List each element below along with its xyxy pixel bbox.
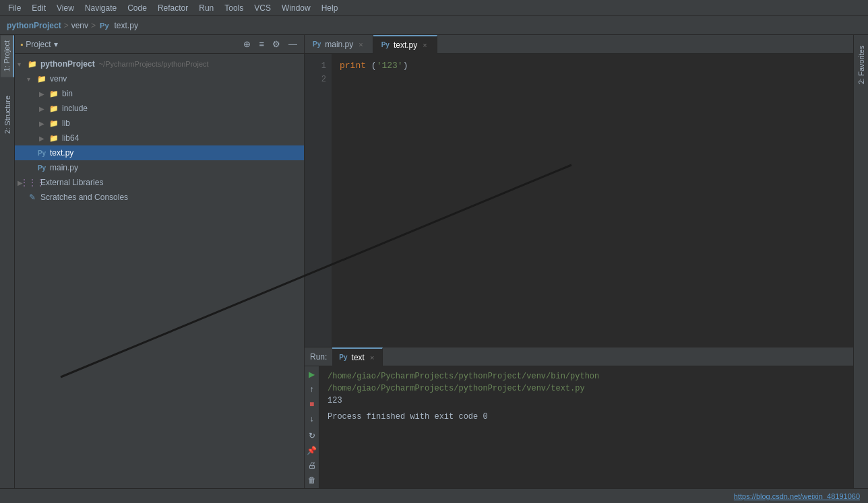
tree-item-lib[interactable]: ▶ 📁 lib [15,116,304,131]
tree-label-scratches: Scratches and Consoles [40,193,128,202]
menu-file[interactable]: File [3,2,26,14]
run-tab-close[interactable]: × [369,353,375,362]
ext-icon: ⋮⋮⋮ [27,178,38,187]
tree-label-bin: bin [62,89,73,98]
run-tab-icon: Py [339,354,347,361]
folder-icon: 📁 [27,59,38,69]
menu-navigate[interactable]: Navigate [80,2,122,14]
tree-item-venv[interactable]: ▾ 📁 venv [15,71,304,86]
line-numbers: 1 2 [305,54,332,347]
menu-code[interactable]: Code [122,2,152,14]
tree-item-pythonproject[interactable]: ▾ 📁 pythonProject ~/PycharmProjects/pyth… [15,57,304,71]
folder-icon-lib: 📁 [49,119,59,128]
folder-icon-include: 📁 [49,104,59,113]
run-controls: ▶ ↑ ■ ↓ ↻ 📌 🖨 🗑 [305,366,319,488]
tree-label-external-libraries: External Libraries [40,178,103,187]
menu-tools[interactable]: Tools [219,2,249,14]
breadcrumb: pythonProject > venv > Py text.py [0,16,868,35]
tree-item-bin[interactable]: ▶ 📁 bin [15,86,304,101]
tree-item-mainpy[interactable]: Py main.py [15,160,304,175]
py-icon-mainpy: Py [36,163,47,172]
tree-path-pythonproject: ~/PycharmProjects/pythonProject [99,60,209,68]
code-content[interactable]: print ('123') [332,54,853,347]
tree-label-lib64: lib64 [62,133,79,143]
breadcrumb-folder[interactable]: venv [71,21,88,30]
tree-label-mainpy: main.py [50,163,78,172]
editor-tabs: Py main.py × Py text.py × [305,35,853,54]
console-output-line: 123 [328,395,845,407]
tree-label-lib: lib [62,119,70,128]
tree-item-scratches[interactable]: ✎ Scratches and Consoles [15,190,304,205]
bottom-panel: Run: Py text × ▶ ↑ ■ ↓ ↻ [305,347,853,488]
breadcrumb-project[interactable]: pythonProject [7,21,61,30]
tree-item-textpy[interactable]: Py text.py [15,145,304,160]
run-down-button[interactable]: ↓ [306,413,318,424]
run-stop-button[interactable]: ■ [306,399,318,409]
menu-run[interactable]: Run [193,2,219,14]
collapse-icon[interactable]: ≡ [257,38,266,51]
run-pin-button[interactable]: 📌 [306,445,318,456]
folder-icon-small: ▪ [20,40,23,49]
project-panel-header: ▪ Project ▾ ⊕ ≡ ⚙ — [15,35,304,54]
tree-item-lib64[interactable]: ▶ 📁 lib64 [15,131,304,145]
menu-window[interactable]: Window [276,2,316,14]
console-process-line: Process finished with exit code 0 [328,411,845,423]
folder-icon-venv: 📁 [36,74,47,83]
minimize-icon[interactable]: — [287,38,299,51]
tab-close-textpy[interactable]: × [421,40,428,50]
tab-icon-mainpy: Py [313,40,321,48]
tree-label-include: include [62,104,88,113]
tab-label-textpy: text.py [394,40,417,50]
project-dropdown-icon[interactable]: ▾ [54,40,58,49]
console-output: /home/giao/PycharmProjects/pythonProject… [319,366,853,488]
tab-close-mainpy[interactable]: × [357,40,364,49]
project-panel: ▪ Project ▾ ⊕ ≡ ⚙ — ▾ 📁 pythonProject [15,35,305,488]
menu-view[interactable]: View [51,2,80,14]
run-up-button[interactable]: ↑ [306,384,318,395]
sidebar-tab-structure[interactable]: 2: Structure [1,90,13,139]
code-editor[interactable]: 1 2 print ('123') [305,54,853,347]
right-favorites-tab[interactable]: 2: Favorites [855,38,868,92]
run-tabs: Run: Py text × [305,347,853,366]
settings-icon[interactable]: ⚙ [271,38,282,51]
tree-label-pythonproject: pythonProject [40,59,95,69]
tab-icon-textpy: Py [381,41,390,48]
run-rerun-button[interactable]: ↻ [306,431,318,442]
run-print-button[interactable]: 🖨 [306,460,318,471]
run-tab-label: text [352,353,365,362]
run-label: Run: [310,352,327,362]
run-play-button[interactable]: ▶ [306,369,318,380]
sync-icon[interactable]: ⊕ [242,38,252,51]
scratch-icon: ✎ [27,193,38,202]
bottom-content: ▶ ↑ ■ ↓ ↻ 📌 🖨 🗑 /home/giao/PycharmProjec… [305,366,853,488]
tree-item-external-libraries[interactable]: ▶ ⋮⋮⋮ External Libraries [15,175,304,190]
folder-icon-bin: 📁 [49,89,59,98]
status-bar: https://blog.csdn.net/weixin_48191060 [0,488,868,503]
sidebar-tab-project[interactable]: 1: Project [1,35,14,77]
run-tab-text[interactable]: Py text × [332,347,383,366]
breadcrumb-file-icon: Py [100,22,108,30]
folder-icon-lib64: 📁 [49,133,59,143]
status-link[interactable]: https://blog.csdn.net/weixin_48191060 [734,492,860,500]
breadcrumb-file: Py text.py [98,21,140,30]
project-panel-title: Project [26,40,51,49]
tab-textpy[interactable]: Py text.py × [373,35,437,54]
menu-vcs[interactable]: VCS [249,2,276,14]
py-icon-textpy: Py [36,148,47,158]
project-tree: ▾ 📁 pythonProject ~/PycharmProjects/pyth… [15,54,304,488]
menu-edit[interactable]: Edit [26,2,51,14]
tab-mainpy[interactable]: Py main.py × [305,35,373,54]
right-sidebar: 2: Favorites [853,35,868,488]
editor-area: Py main.py × Py text.py × 1 2 [305,35,853,347]
tab-label-mainpy: main.py [325,40,353,49]
left-sidebar-tabs: 1: Project 2: Structure [0,35,15,488]
menu-bar: File Edit View Navigate Code Refactor Ru… [0,0,868,16]
tree-item-include[interactable]: ▶ 📁 include [15,101,304,116]
console-command-line: /home/giao/PycharmProjects/pythonProject… [328,370,845,395]
run-clear-button[interactable]: 🗑 [306,475,318,485]
tree-label-textpy: text.py [50,148,73,158]
tree-label-venv: venv [50,74,67,83]
menu-refactor[interactable]: Refactor [152,2,193,14]
menu-help[interactable]: Help [316,2,344,14]
